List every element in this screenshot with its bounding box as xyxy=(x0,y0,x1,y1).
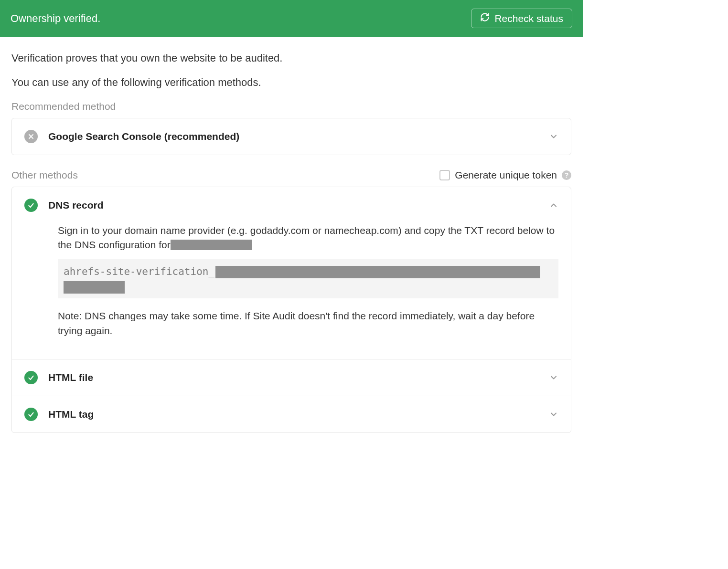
intro-text: Verification proves that you own the web… xyxy=(11,50,571,90)
status-verified-icon xyxy=(24,408,38,421)
method-gsc-header[interactable]: Google Search Console (recommended) xyxy=(12,118,571,155)
method-dns-header[interactable]: DNS record xyxy=(12,187,571,223)
dns-txt-record[interactable]: ahrefs-site-verification_ xyxy=(58,259,558,299)
redacted-token-part1 xyxy=(215,266,540,278)
banner-message: Ownership verified. xyxy=(11,12,100,25)
other-accordion: DNS record Sign in to your domain name p… xyxy=(11,187,571,433)
generate-token-label: Generate unique token xyxy=(455,169,557,181)
chevron-down-icon xyxy=(549,410,558,419)
redacted-token-part2 xyxy=(64,281,125,294)
recommended-section-label: Recommended method xyxy=(11,101,571,112)
other-section-label: Other methods xyxy=(11,169,78,181)
method-html-file: HTML file xyxy=(12,359,571,396)
chevron-down-icon xyxy=(549,132,558,141)
method-html-tag: HTML tag xyxy=(12,396,571,432)
status-unverified-icon xyxy=(24,130,38,143)
dns-instruction: Sign in to your domain name provider (e.… xyxy=(58,223,558,253)
content-area: Verification proves that you own the web… xyxy=(0,37,583,444)
intro-line-2: You can use any of the following verific… xyxy=(11,74,571,90)
status-banner: Ownership verified. Recheck status xyxy=(0,0,583,37)
recheck-status-label: Recheck status xyxy=(494,13,563,24)
generate-token-option[interactable]: Generate unique token ? xyxy=(439,169,571,181)
chevron-up-icon xyxy=(549,200,558,210)
generate-token-checkbox[interactable] xyxy=(439,170,450,180)
other-methods-row: Other methods Generate unique token ? xyxy=(11,169,571,181)
method-dns-title: DNS record xyxy=(48,200,549,211)
status-verified-icon xyxy=(24,371,38,384)
status-verified-icon xyxy=(24,199,38,212)
dns-code-prefix: ahrefs-site-verification_ xyxy=(64,266,214,277)
method-html-tag-title: HTML tag xyxy=(48,409,549,420)
method-html-file-title: HTML file xyxy=(48,372,549,383)
recommended-accordion: Google Search Console (recommended) xyxy=(11,118,571,155)
chevron-down-icon xyxy=(549,373,558,382)
intro-line-1: Verification proves that you own the web… xyxy=(11,50,571,66)
method-dns-body: Sign in to your domain name provider (e.… xyxy=(12,223,571,359)
refresh-icon xyxy=(480,12,490,24)
method-gsc: Google Search Console (recommended) xyxy=(12,118,571,155)
method-html-file-header[interactable]: HTML file xyxy=(12,359,571,396)
dns-note: Note: DNS changes may take some time. If… xyxy=(58,309,558,338)
recheck-status-button[interactable]: Recheck status xyxy=(471,9,572,28)
method-dns: DNS record Sign in to your domain name p… xyxy=(12,187,571,359)
method-gsc-title: Google Search Console (recommended) xyxy=(48,131,549,142)
redacted-domain xyxy=(171,240,252,250)
method-html-tag-header[interactable]: HTML tag xyxy=(12,396,571,432)
help-icon[interactable]: ? xyxy=(562,170,571,180)
